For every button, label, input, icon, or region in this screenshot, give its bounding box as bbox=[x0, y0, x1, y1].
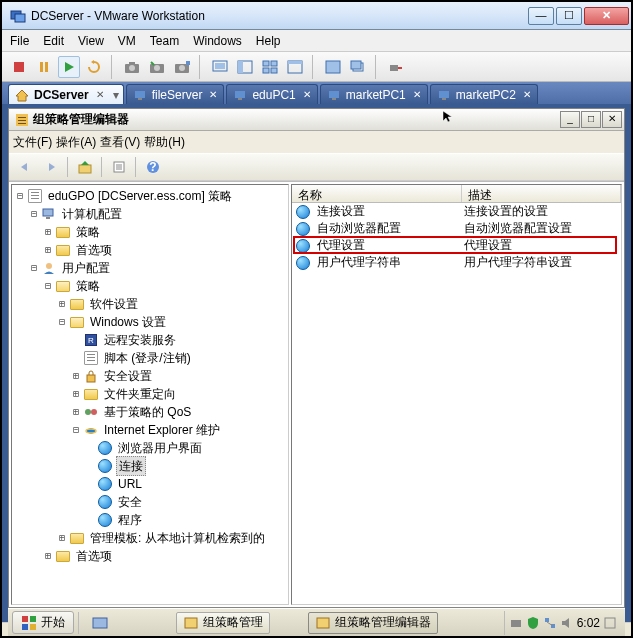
quickswitch-icon[interactable] bbox=[284, 56, 306, 78]
unity-icon[interactable] bbox=[347, 56, 369, 78]
tab-close-icon[interactable]: ✕ bbox=[521, 89, 533, 101]
tab-dcserver[interactable]: DCServer ✕ ▾ bbox=[8, 84, 124, 104]
show-console-icon[interactable] bbox=[209, 56, 231, 78]
tree-item[interactable]: ⊞策略 bbox=[14, 223, 288, 241]
vm-viewport[interactable]: 组策略管理编辑器 _ □ ✕ 文件(F) 操作(A) 查看(V) 帮助(H) ? bbox=[2, 104, 631, 622]
tab-edupc1[interactable]: eduPC1 ✕ bbox=[226, 84, 317, 104]
tray-icon[interactable] bbox=[603, 616, 617, 630]
tab-marketpc2[interactable]: marketPC2 ✕ bbox=[430, 84, 538, 104]
svg-rect-3 bbox=[40, 62, 43, 72]
power-off-icon[interactable] bbox=[8, 56, 30, 78]
back-icon[interactable] bbox=[13, 156, 37, 178]
tray-icon[interactable] bbox=[509, 616, 523, 630]
sidebar-icon[interactable] bbox=[234, 56, 256, 78]
tree-item[interactable]: ⊞安全设置 bbox=[14, 367, 288, 385]
tree-root[interactable]: ⊟eduGPO [DCServer.ess.com] 策略 bbox=[14, 187, 288, 205]
properties-icon[interactable] bbox=[107, 156, 131, 178]
menu-edit[interactable]: Edit bbox=[43, 34, 64, 48]
close-button[interactable]: ✕ bbox=[584, 7, 629, 25]
maximize-button[interactable]: ☐ bbox=[556, 7, 582, 25]
thumbnail-icon[interactable] bbox=[259, 56, 281, 78]
svg-rect-22 bbox=[271, 68, 277, 73]
svg-rect-53 bbox=[43, 209, 53, 216]
mmc-menu-help[interactable]: 帮助(H) bbox=[144, 134, 185, 151]
menu-file[interactable]: File bbox=[10, 34, 29, 48]
menu-windows[interactable]: Windows bbox=[193, 34, 242, 48]
tree-item[interactable]: ⊟策略 bbox=[14, 277, 288, 295]
list-item[interactable]: 用户代理字符串用户代理字符串设置 bbox=[292, 254, 621, 271]
play-icon[interactable] bbox=[58, 56, 80, 78]
svg-rect-20 bbox=[271, 61, 277, 66]
svg-rect-36 bbox=[439, 91, 449, 98]
col-name[interactable]: 名称 bbox=[292, 185, 462, 202]
mmc-menu-action[interactable]: 操作(A) bbox=[56, 134, 96, 151]
up-level-icon[interactable] bbox=[73, 156, 97, 178]
mmc-maximize-button[interactable]: □ bbox=[581, 111, 601, 128]
tree-item[interactable]: 程序 bbox=[14, 511, 288, 529]
snapshot-icon[interactable] bbox=[121, 56, 143, 78]
revert-icon[interactable] bbox=[146, 56, 168, 78]
tree-ie-maint[interactable]: ⊟Internet Explorer 维护 bbox=[14, 421, 288, 439]
col-desc[interactable]: 描述 bbox=[462, 185, 621, 202]
fullscreen-icon[interactable] bbox=[322, 56, 344, 78]
tree-item[interactable]: 浏览器用户界面 bbox=[14, 439, 288, 457]
vm-icon bbox=[327, 88, 341, 102]
security-icon[interactable] bbox=[526, 616, 540, 630]
mmc-minimize-button[interactable]: _ bbox=[560, 111, 580, 128]
network-icon[interactable] bbox=[543, 616, 557, 630]
mmc-menu-view[interactable]: 查看(V) bbox=[100, 134, 140, 151]
tree-item[interactable]: ⊞管理模板: 从本地计算机检索到的 bbox=[14, 529, 288, 547]
tab-close-icon[interactable]: ✕ bbox=[207, 89, 219, 101]
menu-vm[interactable]: VM bbox=[118, 34, 136, 48]
help-icon[interactable]: ? bbox=[141, 156, 165, 178]
tab-close-icon[interactable]: ✕ bbox=[411, 89, 423, 101]
tab-fileserver[interactable]: fileServer ✕ bbox=[126, 84, 225, 104]
tree-pane[interactable]: ⊟eduGPO [DCServer.ess.com] 策略 ⊟计算机配置 ⊞策略… bbox=[11, 184, 289, 605]
tree-item[interactable]: ⊞软件设置 bbox=[14, 295, 288, 313]
tree-item[interactable]: ⊞基于策略的 QoS bbox=[14, 403, 288, 421]
tab-close-icon[interactable]: ✕ bbox=[94, 89, 106, 101]
list-item[interactable]: 连接设置连接设置的设置 bbox=[292, 203, 621, 220]
minimize-button[interactable]: — bbox=[528, 7, 554, 25]
list-header: 名称 描述 bbox=[292, 185, 621, 203]
svg-point-58 bbox=[91, 409, 97, 415]
tree-item[interactable]: R远程安装服务 bbox=[14, 331, 288, 349]
forward-icon[interactable] bbox=[39, 156, 63, 178]
pause-icon[interactable] bbox=[33, 56, 55, 78]
svg-rect-63 bbox=[30, 624, 36, 630]
tree-item[interactable]: ⊞首选项 bbox=[14, 241, 288, 259]
svg-rect-60 bbox=[22, 616, 28, 622]
tree-user-cfg[interactable]: ⊟用户配置 bbox=[14, 259, 288, 277]
show-desktop-icon[interactable] bbox=[92, 615, 108, 631]
tree-connection[interactable]: 连接 bbox=[14, 457, 288, 475]
task-gpmc[interactable]: 组策略管理 bbox=[176, 612, 270, 634]
tree-item[interactable]: 安全 bbox=[14, 493, 288, 511]
svg-marker-71 bbox=[562, 618, 569, 628]
volume-icon[interactable] bbox=[560, 616, 574, 630]
svg-marker-5 bbox=[65, 62, 74, 72]
mmc-close-button[interactable]: ✕ bbox=[602, 111, 622, 128]
connect-device-icon[interactable] bbox=[385, 56, 407, 78]
tree-item[interactable]: ⊞文件夹重定向 bbox=[14, 385, 288, 403]
list-item[interactable]: 代理设置代理设置 bbox=[292, 237, 621, 254]
clock[interactable]: 6:02 bbox=[577, 616, 600, 630]
tab-close-icon[interactable]: ✕ bbox=[301, 89, 313, 101]
tree-item[interactable]: URL bbox=[14, 475, 288, 493]
tree-computer-cfg[interactable]: ⊟计算机配置 bbox=[14, 205, 288, 223]
tree-item[interactable]: ⊞首选项 bbox=[14, 547, 288, 565]
list-pane[interactable]: 名称 描述 连接设置连接设置的设置 自动浏览器配置自动浏览器配置设置 代理设置代… bbox=[291, 184, 622, 605]
task-gpeditor[interactable]: 组策略管理编辑器 bbox=[308, 612, 438, 634]
tab-marketpc1[interactable]: marketPC1 ✕ bbox=[320, 84, 428, 104]
menu-view[interactable]: View bbox=[78, 34, 104, 48]
vmware-toolbar bbox=[2, 52, 631, 82]
mmc-menubar: 文件(F) 操作(A) 查看(V) 帮助(H) bbox=[9, 131, 624, 153]
start-button[interactable]: 开始 bbox=[12, 611, 74, 634]
tree-item[interactable]: ⊟Windows 设置 bbox=[14, 313, 288, 331]
menu-team[interactable]: Team bbox=[150, 34, 179, 48]
tree-item[interactable]: 脚本 (登录/注销) bbox=[14, 349, 288, 367]
reset-icon[interactable] bbox=[83, 56, 105, 78]
snapshot-mgr-icon[interactable] bbox=[171, 56, 193, 78]
mmc-menu-file[interactable]: 文件(F) bbox=[13, 134, 52, 151]
menu-help[interactable]: Help bbox=[256, 34, 281, 48]
list-item[interactable]: 自动浏览器配置自动浏览器配置设置 bbox=[292, 220, 621, 237]
